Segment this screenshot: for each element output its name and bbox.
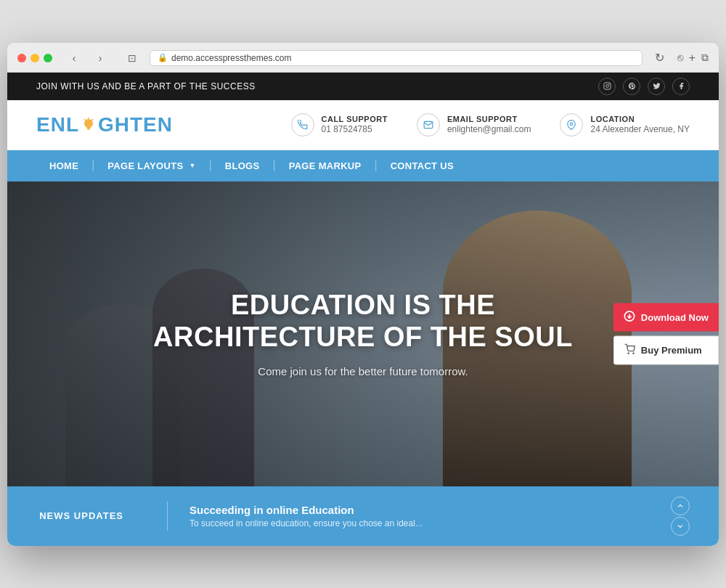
news-arrow-down[interactable] bbox=[671, 517, 690, 536]
browser-actions: ⎋ + ⧉ bbox=[677, 52, 709, 65]
svg-line-8 bbox=[85, 119, 86, 120]
email-support-item: EMAIL SUPPORT enlighten@gmail.com bbox=[417, 113, 531, 136]
call-support-item: CALL SUPPORT 01 87524785 bbox=[291, 113, 388, 136]
logo[interactable]: ENL GHTEN bbox=[36, 113, 173, 136]
url-text: demo.accesspressthemes.com bbox=[171, 53, 291, 63]
svg-rect-5 bbox=[87, 128, 90, 129]
site-header: ENL GHTEN bbox=[7, 100, 719, 150]
traffic-lights bbox=[17, 54, 52, 62]
svg-rect-0 bbox=[603, 83, 610, 89]
logo-part2: GHTEN bbox=[98, 113, 173, 136]
logo-part1: ENL bbox=[36, 113, 79, 136]
news-divider bbox=[167, 502, 168, 531]
news-description: To succeed in online education, ensure y… bbox=[189, 518, 671, 528]
svg-point-1 bbox=[605, 85, 608, 88]
header-info: CALL SUPPORT 01 87524785 EMAIL SUPPORT bbox=[291, 113, 690, 136]
hero-title: EDUCATION IS THE ARCHITECTURE OF THE SOU… bbox=[153, 290, 573, 353]
facebook-icon[interactable] bbox=[672, 78, 690, 95]
svg-point-9 bbox=[571, 123, 574, 126]
email-support-info: EMAIL SUPPORT enlighten@gmail.com bbox=[447, 115, 531, 134]
svg-line-7 bbox=[92, 119, 93, 120]
back-button[interactable]: ‹ bbox=[64, 50, 84, 66]
hero-title-line2: ARCHITECTURE OF THE SOUL bbox=[153, 322, 573, 352]
premium-label: Buy Premium bbox=[641, 345, 702, 356]
hero-subtitle: Come join us for the better future tomor… bbox=[258, 365, 468, 377]
tl-close[interactable] bbox=[17, 54, 26, 62]
lock-icon: 🔒 bbox=[158, 53, 168, 62]
cart-icon bbox=[624, 343, 635, 356]
pinterest-icon[interactable] bbox=[623, 78, 640, 95]
social-icons bbox=[598, 78, 690, 95]
svg-point-2 bbox=[608, 83, 609, 84]
location-item: LOCATION 24 Alexender Avenue, NY bbox=[560, 113, 690, 136]
svg-rect-4 bbox=[87, 127, 91, 128]
tl-minimize[interactable] bbox=[30, 54, 39, 62]
buy-premium-button[interactable]: Buy Premium bbox=[613, 335, 719, 364]
nav-contact-us[interactable]: CONTACT US bbox=[378, 150, 467, 181]
email-support-label: EMAIL SUPPORT bbox=[447, 115, 531, 123]
logo-text: ENL GHTEN bbox=[36, 113, 173, 136]
logo-bulb-icon bbox=[81, 117, 97, 133]
download-now-button[interactable]: Download Now bbox=[613, 303, 719, 331]
news-arrows bbox=[671, 497, 690, 536]
nav-page-layouts[interactable]: PAGE LAYOUTS ▼ bbox=[94, 150, 208, 181]
nav-blogs[interactable]: BLOGS bbox=[212, 150, 273, 181]
new-tab-icon[interactable]: + bbox=[689, 52, 696, 65]
location-value: 24 Alexender Avenue, NY bbox=[590, 124, 690, 134]
tl-fullscreen[interactable] bbox=[44, 54, 52, 62]
call-support-label: CALL SUPPORT bbox=[322, 115, 388, 123]
website: JOIN WITH US AND BE A PART OF THE SUCCES… bbox=[7, 73, 719, 546]
window-manage-button[interactable]: ⊡ bbox=[122, 50, 142, 66]
call-support-value: 01 87524785 bbox=[322, 124, 388, 134]
browser-controls: ‹ › bbox=[64, 50, 110, 66]
tabs-icon[interactable]: ⧉ bbox=[701, 52, 709, 65]
location-icon bbox=[560, 113, 583, 136]
nav-home[interactable]: HOME bbox=[36, 150, 91, 181]
instagram-icon[interactable] bbox=[598, 78, 616, 95]
phone-icon bbox=[291, 113, 314, 136]
top-bar-message: JOIN WITH US AND BE A PART OF THE SUCCES… bbox=[36, 81, 256, 91]
browser-chrome: ‹ › ⊡ 🔒 demo.accesspressthemes.com ↻ ⎋ +… bbox=[7, 43, 719, 73]
top-bar: JOIN WITH US AND BE A PART OF THE SUCCES… bbox=[7, 73, 719, 100]
share-icon[interactable]: ⎋ bbox=[677, 52, 683, 65]
location-label: LOCATION bbox=[590, 115, 690, 123]
news-bar: NEWS UPDATES Succeeding in online Educat… bbox=[7, 486, 719, 546]
floating-buttons: Download Now Buy Premium bbox=[613, 303, 719, 364]
call-support-info: CALL SUPPORT 01 87524785 bbox=[322, 115, 388, 134]
hero-section: EDUCATION IS THE ARCHITECTURE OF THE SOU… bbox=[7, 181, 719, 486]
location-info: LOCATION 24 Alexender Avenue, NY bbox=[590, 115, 690, 134]
browser-window: ‹ › ⊡ 🔒 demo.accesspressthemes.com ↻ ⎋ +… bbox=[7, 43, 719, 546]
twitter-icon[interactable] bbox=[648, 78, 665, 95]
dropdown-arrow-icon: ▼ bbox=[189, 162, 195, 169]
reload-button[interactable]: ↻ bbox=[650, 50, 670, 66]
news-label: NEWS UPDATES bbox=[36, 510, 145, 521]
hero-title-line1: EDUCATION IS THE bbox=[231, 290, 495, 320]
hero-content: EDUCATION IS THE ARCHITECTURE OF THE SOU… bbox=[7, 181, 719, 486]
download-label: Download Now bbox=[641, 311, 709, 322]
news-content: Succeeding in online Education To succee… bbox=[189, 504, 671, 528]
nav-page-markup[interactable]: PAGE MARKUP bbox=[276, 150, 375, 181]
address-bar[interactable]: 🔒 demo.accesspressthemes.com bbox=[150, 50, 643, 66]
download-icon bbox=[624, 310, 635, 324]
news-title: Succeeding in online Education bbox=[189, 504, 671, 516]
svg-point-13 bbox=[633, 353, 634, 354]
news-arrow-up[interactable] bbox=[671, 497, 690, 515]
main-nav: HOME | PAGE LAYOUTS ▼ | BLOGS | PAGE MAR… bbox=[7, 150, 719, 181]
email-icon bbox=[417, 113, 440, 136]
svg-point-12 bbox=[628, 353, 629, 354]
email-support-value: enlighten@gmail.com bbox=[447, 124, 531, 134]
forward-button[interactable]: › bbox=[90, 50, 110, 66]
window-controls-extra: ⊡ bbox=[122, 50, 142, 66]
